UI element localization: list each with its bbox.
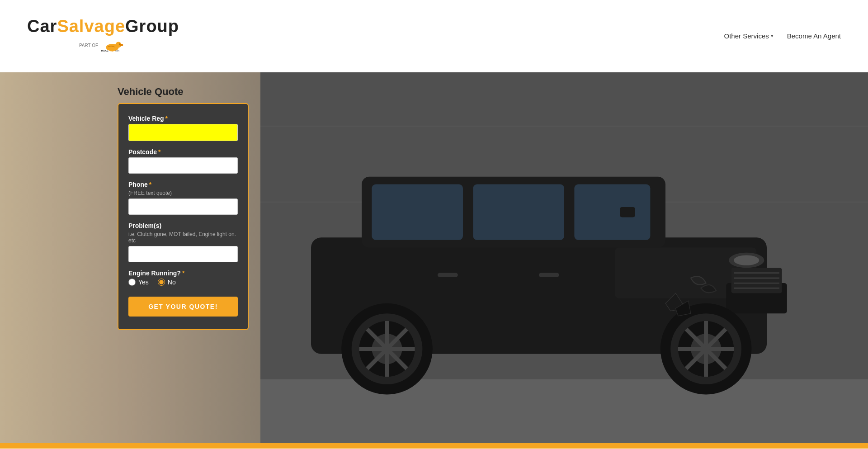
required-marker: * — [165, 115, 168, 122]
site-header: CarSalvageGroup PART OF MAKE ME .com — [0, 0, 868, 72]
postcode-group: Postcode* — [128, 148, 238, 174]
form-section: Vehicle Quote Vehicle Reg* Postcode* Pho… — [118, 86, 249, 330]
other-services-link[interactable]: Other Services ▾ — [724, 32, 774, 40]
engine-yes-text: Yes — [138, 279, 149, 286]
main-nav: Other Services ▾ Become An Agent — [724, 32, 841, 40]
svg-point-25 — [734, 255, 759, 265]
engine-no-text: No — [168, 279, 176, 286]
logo-car: Car — [27, 17, 57, 36]
engine-running-group: Engine Running?* Yes No — [128, 269, 238, 286]
logo-duck-area: PART OF MAKE ME .com — [79, 37, 127, 55]
postcode-label: Postcode* — [128, 148, 238, 156]
duck-icon: MAKE ME .com — [100, 37, 127, 55]
svg-text:.com: .com — [115, 49, 119, 52]
required-marker: * — [149, 181, 151, 188]
become-agent-link[interactable]: Become An Agent — [787, 32, 841, 40]
become-agent-label: Become An Agent — [787, 32, 841, 40]
svg-rect-42 — [438, 273, 458, 277]
logo-group: Group — [125, 17, 179, 36]
problems-label: Problem(s) — [128, 222, 238, 229]
svg-point-3 — [119, 43, 120, 44]
vehicle-reg-group: Vehicle Reg* — [128, 115, 238, 141]
svg-rect-17 — [473, 184, 564, 240]
get-quote-button[interactable]: GET YOUR QUOTE! — [128, 297, 238, 317]
svg-rect-18 — [574, 184, 650, 240]
engine-running-label: Engine Running?* — [128, 269, 238, 277]
logo-text: CarSalvageGroup — [27, 18, 179, 35]
engine-running-options: Yes No — [128, 279, 238, 286]
car-illustration — [260, 72, 868, 443]
engine-no-radio[interactable] — [158, 279, 165, 286]
postcode-input[interactable] — [128, 157, 238, 174]
svg-text:ME: ME — [110, 49, 114, 52]
orange-bar — [0, 443, 868, 449]
other-services-label: Other Services — [724, 32, 769, 40]
logo: CarSalvageGroup PART OF MAKE ME .com — [27, 18, 179, 55]
engine-yes-label[interactable]: Yes — [128, 279, 149, 286]
svg-point-2 — [120, 44, 123, 46]
part-of-label: PART OF — [79, 43, 98, 48]
svg-text:MAKE: MAKE — [101, 49, 109, 52]
phone-sublabel: (FREE text quote) — [128, 190, 238, 196]
problems-input[interactable] — [128, 246, 238, 262]
logo-salvage: Salvage — [57, 17, 125, 36]
phone-group: Phone* (FREE text quote) — [128, 181, 238, 215]
problems-group: Problem(s) i.e. Clutch gone, MOT failed,… — [128, 222, 238, 262]
phone-input[interactable] — [128, 199, 238, 215]
form-title: Vehicle Quote — [118, 86, 249, 98]
svg-rect-16 — [372, 184, 463, 240]
chevron-down-icon: ▾ — [771, 33, 774, 39]
hero-section: Vehicle Quote Vehicle Reg* Postcode* Pho… — [0, 72, 868, 443]
vehicle-reg-input[interactable] — [128, 124, 238, 141]
svg-rect-43 — [539, 273, 559, 277]
svg-rect-19 — [731, 268, 782, 293]
required-marker: * — [158, 148, 160, 156]
problems-sublabel: i.e. Clutch gone, MOT failed, Engine lig… — [128, 231, 238, 244]
phone-label: Phone* — [128, 181, 238, 188]
car-photo — [260, 72, 868, 443]
svg-rect-44 — [620, 207, 635, 217]
form-card: Vehicle Reg* Postcode* Phone* (FREE text… — [118, 103, 249, 330]
vehicle-reg-label: Vehicle Reg* — [128, 115, 238, 122]
required-marker: * — [182, 269, 184, 277]
engine-yes-radio[interactable] — [128, 279, 136, 286]
engine-no-label[interactable]: No — [158, 279, 176, 286]
